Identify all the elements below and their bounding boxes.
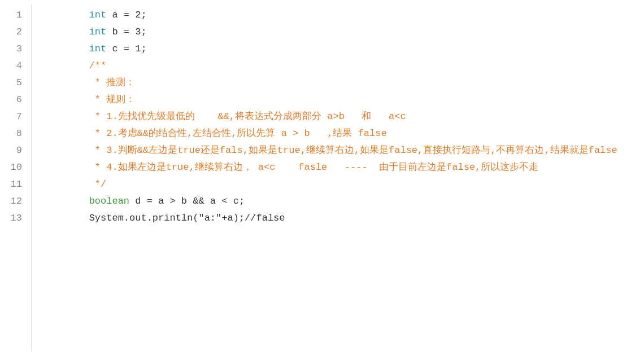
- code-token: [43, 196, 89, 206]
- code-line: * 1.先找优先级最低的 &&,将表达式分成两部分 a>b 和 a<c: [43, 108, 644, 125]
- code-content: int a = 2; int b = 3; int c = 1; /** * 推…: [32, 5, 644, 351]
- code-token: boolean: [89, 196, 129, 206]
- code-token: * 2.考虑&&的结合性,左结合性,所以先算 a > b ,结果 false: [43, 128, 387, 139]
- code-token: a = 2;: [106, 10, 146, 20]
- code-token: * 4.如果左边是true,继续算右边， a<c fasle ---- 由于目前…: [43, 162, 538, 173]
- code-token: * 3.判断&&左边是true还是fals,如果是true,继续算右边,如果是f…: [43, 145, 617, 156]
- code-line: int c = 1;: [43, 41, 644, 58]
- code-token: d = a > b && a < c;: [129, 196, 245, 206]
- code-line: * 4.如果左边是true,继续算右边， a<c fasle ---- 由于目前…: [43, 159, 644, 176]
- code-token: * 1.先找优先级最低的 &&,将表达式分成两部分 a>b 和 a<c: [43, 111, 406, 122]
- line-number: 5: [0, 74, 31, 91]
- line-number: 8: [0, 125, 31, 142]
- line-number: 6: [0, 91, 31, 108]
- line-number: 13: [0, 210, 31, 227]
- code-line: int b = 3;: [43, 24, 644, 41]
- line-number: 7: [0, 108, 31, 125]
- code-token: int: [89, 10, 107, 20]
- code-line: * 规则：: [43, 91, 644, 108]
- code-line: boolean d = a > b && a < c;: [43, 193, 644, 210]
- line-number: 1: [0, 7, 31, 24]
- code-line: /**: [43, 58, 644, 74]
- line-number: 4: [0, 58, 31, 74]
- code-line: int a = 2;: [43, 7, 644, 24]
- code-line: * 推测：: [43, 74, 644, 91]
- code-token: [43, 43, 89, 54]
- code-line: * 3.判断&&左边是true还是fals,如果是true,继续算右边,如果是f…: [43, 142, 644, 159]
- code-token: int: [89, 43, 107, 54]
- code-token: [43, 10, 89, 20]
- line-number: 2: [0, 24, 31, 41]
- line-number: 11: [0, 176, 31, 193]
- code-token: */: [43, 179, 106, 190]
- line-number: 10: [0, 159, 31, 176]
- code-token: int: [89, 27, 107, 37]
- line-number: 12: [0, 193, 31, 210]
- code-editor: 12345678910111213 int a = 2; int b = 3; …: [0, 0, 644, 356]
- code-line: */: [43, 176, 644, 193]
- code-token: System.out.println("a:"+a);//false: [43, 213, 285, 223]
- line-number-gutter: 12345678910111213: [0, 5, 32, 351]
- code-line: System.out.println("a:"+a);//false: [43, 210, 644, 227]
- code-token: * 规则：: [43, 94, 135, 105]
- line-number: 3: [0, 41, 31, 58]
- code-token: /**: [89, 60, 107, 71]
- code-token: c = 1;: [106, 43, 146, 54]
- code-token: [43, 27, 89, 37]
- code-line: * 2.考虑&&的结合性,左结合性,所以先算 a > b ,结果 false: [43, 125, 644, 142]
- code-token: b = 3;: [106, 27, 146, 37]
- line-number: 9: [0, 142, 31, 159]
- code-token: [43, 60, 89, 71]
- code-token: * 推测：: [43, 77, 135, 88]
